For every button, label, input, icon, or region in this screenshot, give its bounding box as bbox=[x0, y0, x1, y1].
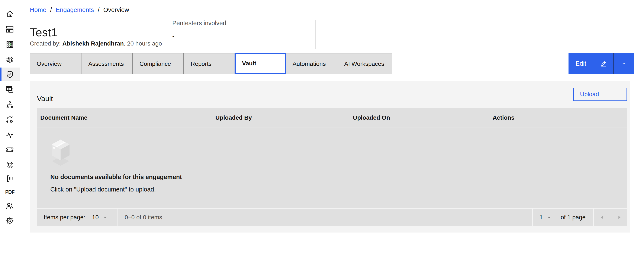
ticket-icon bbox=[5, 145, 14, 154]
page-number-select[interactable]: 1 bbox=[533, 209, 561, 226]
app-window: PDF bbox=[0, 0, 644, 268]
edit-dropdown-button[interactable] bbox=[614, 53, 634, 74]
edit-pencil-icon bbox=[600, 60, 608, 67]
pagination-right: 1 of 1 page bbox=[532, 209, 627, 226]
breadcrumb-separator: / bbox=[98, 7, 99, 14]
upload-button[interactable]: Upload bbox=[573, 88, 627, 101]
tab-compliance[interactable]: Compliance bbox=[132, 53, 184, 74]
tab-bar: Overview Assessments Compliance Reports … bbox=[30, 53, 392, 74]
column-header-uploaded-by: Uploaded By bbox=[212, 114, 350, 121]
sync-settings-icon bbox=[5, 115, 14, 124]
breadcrumb: Home / Engagements / Overview bbox=[30, 7, 129, 14]
created-by-label: Created by: bbox=[30, 40, 61, 47]
sidebar-item-security-sync[interactable] bbox=[0, 158, 20, 171]
tab-automations[interactable]: Automations bbox=[286, 53, 337, 74]
dashboard-icon bbox=[5, 25, 14, 34]
empty-box-icon bbox=[47, 137, 74, 168]
created-by-suffix: , 20 hours ago bbox=[124, 40, 162, 47]
table-empty-state: No documents available for this engageme… bbox=[37, 128, 627, 208]
breadcrumb-current: Overview bbox=[103, 7, 129, 14]
pagination-divider bbox=[117, 209, 118, 226]
items-per-page-select[interactable]: 10 bbox=[92, 214, 108, 221]
apps-grid-icon bbox=[5, 40, 14, 49]
created-by-line: Created by: Abishekh Rajendhran, 20 hour… bbox=[30, 40, 162, 47]
sidebar-item-settings[interactable] bbox=[0, 214, 20, 228]
sidebar-item-apps-grid[interactable] bbox=[0, 38, 20, 51]
breadcrumb-home-link[interactable]: Home bbox=[30, 7, 46, 14]
tab-reports[interactable]: Reports bbox=[184, 53, 234, 74]
created-by-name: Abishekh Rajendhran bbox=[62, 40, 124, 47]
caret-left-icon bbox=[599, 214, 606, 221]
tab-overview[interactable]: Overview bbox=[30, 53, 81, 74]
users-icon bbox=[5, 202, 14, 210]
sidebar-item-home[interactable] bbox=[0, 7, 20, 21]
sidebar-item-dashboard[interactable] bbox=[0, 23, 20, 36]
vault-panel: Vault Upload Document Name Uploaded By U… bbox=[30, 81, 630, 232]
edit-split-button: Edit bbox=[568, 53, 634, 74]
caret-right-icon bbox=[616, 214, 622, 221]
documents-table: Document Name Uploaded By Uploaded On Ac… bbox=[37, 108, 627, 226]
breadcrumb-engagements-link[interactable]: Engagements bbox=[56, 7, 94, 14]
chevron-down-icon bbox=[546, 215, 552, 220]
sidebar-item-data-table[interactable] bbox=[0, 83, 20, 96]
sidebar-item-report[interactable] bbox=[0, 172, 20, 186]
items-per-page-value: 10 bbox=[92, 214, 99, 221]
tab-vault[interactable]: Vault bbox=[234, 53, 286, 74]
page-number-value: 1 bbox=[540, 214, 543, 221]
sidebar-item-hierarchy[interactable] bbox=[0, 98, 20, 111]
data-table-icon bbox=[5, 85, 14, 94]
bug-icon bbox=[5, 55, 14, 64]
empty-state-title: No documents available for this engageme… bbox=[50, 174, 182, 181]
header-column-divider bbox=[159, 20, 159, 49]
sidebar: PDF bbox=[0, 0, 20, 268]
settings-icon bbox=[5, 216, 14, 225]
pentesters-label: Pentesters involved bbox=[172, 20, 226, 27]
table-header-row: Document Name Uploaded By Uploaded On Ac… bbox=[37, 108, 627, 127]
chevron-down-icon bbox=[620, 60, 628, 67]
page-title: Test1 bbox=[30, 26, 57, 39]
next-page-button[interactable] bbox=[611, 209, 627, 226]
home-icon bbox=[5, 10, 14, 18]
empty-state-subtitle: Click on "Upload document" to upload. bbox=[50, 186, 156, 193]
header-column-divider bbox=[315, 20, 316, 49]
breadcrumb-separator: / bbox=[50, 7, 52, 14]
tab-ai-workspaces[interactable]: AI Workspaces bbox=[337, 53, 392, 74]
edit-button[interactable]: Edit bbox=[568, 53, 614, 74]
report-icon bbox=[5, 174, 14, 183]
pagination-range-text: 0–0 of 0 items bbox=[125, 214, 162, 221]
page-total-text: of 1 page bbox=[560, 214, 593, 221]
hierarchy-icon bbox=[5, 100, 14, 109]
items-per-page-label: Items per page: bbox=[44, 214, 85, 221]
previous-page-button[interactable] bbox=[594, 209, 611, 226]
sidebar-item-users[interactable] bbox=[0, 199, 20, 213]
sidebar-item-activity[interactable] bbox=[0, 128, 20, 142]
column-header-actions: Actions bbox=[489, 114, 627, 121]
vault-section-title: Vault bbox=[37, 94, 53, 103]
shield-check-icon bbox=[5, 70, 14, 79]
pentesters-value: - bbox=[172, 33, 174, 40]
sidebar-item-pdf[interactable]: PDF bbox=[0, 185, 20, 199]
column-header-uploaded-on: Uploaded On bbox=[350, 114, 489, 121]
edit-button-label: Edit bbox=[576, 60, 586, 67]
sidebar-item-ticket[interactable] bbox=[0, 143, 20, 157]
chevron-down-icon bbox=[102, 215, 108, 220]
sidebar-item-sync-settings[interactable] bbox=[0, 113, 20, 127]
column-header-document-name: Document Name bbox=[37, 114, 212, 121]
sidebar-item-shield-check[interactable] bbox=[0, 68, 20, 81]
pdf-icon: PDF bbox=[5, 189, 14, 195]
pagination-bar: Items per page: 10 0–0 of 0 items 1 of 1… bbox=[37, 209, 627, 226]
tab-assessments[interactable]: Assessments bbox=[81, 53, 132, 74]
security-sync-icon bbox=[5, 160, 14, 169]
activity-icon bbox=[5, 130, 14, 139]
sidebar-item-bug[interactable] bbox=[0, 53, 20, 66]
